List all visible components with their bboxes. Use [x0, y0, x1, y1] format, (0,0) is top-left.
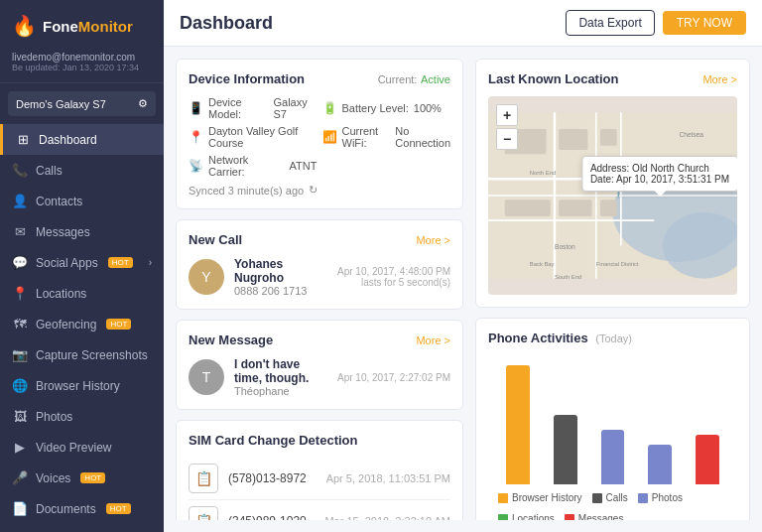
message-date: Apr 10, 2017, 2:27:02 PM: [337, 372, 450, 383]
new-call-header: New Call More >: [189, 232, 450, 247]
sidebar-item-documents[interactable]: 📄 Documents HOT: [0, 493, 164, 524]
svg-text:Chelsea: Chelsea: [679, 131, 703, 138]
content-area: Device Information Current: Active 📱 Dev…: [164, 47, 762, 532]
sidebar-label: Calls: [36, 164, 63, 178]
dashboard-icon: ⊞: [15, 132, 31, 147]
call-contact-item: Y Yohanes Nugroho 0888 206 1713 Apr 10, …: [189, 257, 450, 297]
sidebar-item-voices[interactable]: 🎤 Voices HOT: [0, 463, 164, 493]
svg-text:Boston: Boston: [555, 243, 575, 250]
legend-color: [498, 493, 508, 503]
sidebar-label: Voices: [36, 471, 70, 485]
header: Dashboard Data Export TRY NOW: [164, 0, 762, 47]
chart-bar: [648, 445, 672, 484]
chart-legend: Browser History Calls Photos Locations M…: [488, 484, 737, 520]
wifi-label: Current WiFi:: [342, 125, 391, 149]
call-date: Apr 10, 2017, 4:48:00 PM: [337, 266, 450, 277]
sim-list-item: 📋 (578)013-8972 Apr 5, 2018, 11:03:51 PM: [189, 458, 450, 500]
sidebar-item-screenshots[interactable]: 📷 Capture Screenshots: [0, 339, 164, 370]
sidebar-item-photos[interactable]: 🖼 Photos: [0, 401, 164, 432]
device-name: Demo's Galaxy S7: [16, 98, 106, 110]
caller-info: Yohanes Nugroho 0888 206 1713: [234, 257, 327, 297]
sim-number: (345)989-1030: [228, 514, 307, 520]
try-now-button[interactable]: TRY NOW: [663, 11, 746, 35]
battery-value: 100%: [414, 102, 442, 114]
data-export-button[interactable]: Data Export: [566, 10, 654, 36]
sidebar-item-messages[interactable]: ✉ Messages: [0, 216, 164, 247]
svg-rect-11: [600, 129, 617, 146]
sidebar-item-contacts[interactable]: 👤 Contacts: [0, 186, 164, 216]
sim-date: Apr 5, 2018, 11:03:51 PM: [326, 472, 450, 484]
device-arrow-icon: ⚙: [138, 97, 148, 110]
sidebar-item-browser[interactable]: 🌐 Browser History: [0, 370, 164, 401]
new-call-more[interactable]: More >: [416, 234, 450, 246]
chart-bar: [506, 365, 530, 484]
calls-icon: 📞: [12, 163, 28, 178]
photos-icon: 🖼: [12, 409, 28, 424]
device-info-card: Device Information Current: Active 📱 Dev…: [176, 59, 463, 209]
sidebar-item-video[interactable]: ▶ Video Preview: [0, 432, 164, 463]
location-value: Dayton Valley Golf Course: [208, 125, 318, 149]
map-card-header: Last Known Location More >: [488, 71, 737, 86]
device-selector[interactable]: Demo's Galaxy S7 ⚙: [8, 91, 156, 116]
sim-list: 📋 (578)013-8972 Apr 5, 2018, 11:03:51 PM…: [189, 458, 450, 520]
sidebar-item-social-apps[interactable]: 💬 Social Apps HOT ›: [0, 247, 164, 278]
caller-avatar: Y: [189, 259, 224, 295]
svg-rect-14: [600, 200, 617, 216]
map-zoom-out-button[interactable]: −: [496, 128, 518, 150]
device-info-title: Device Information: [189, 71, 305, 86]
hot-badge: HOT: [106, 503, 131, 514]
map-card: Last Known Location More >: [475, 59, 750, 308]
sidebar-item-locations[interactable]: 📍 Locations: [0, 278, 164, 309]
sidebar-label: Video Preview: [36, 441, 112, 455]
sim-card-title: SIM Card Change Detection: [189, 433, 357, 448]
sidebar-item-dashboard[interactable]: ⊞ Dashboard: [0, 124, 164, 155]
svg-text:Financial District: Financial District: [596, 261, 639, 267]
tooltip-address: Address: Old North Church: [590, 163, 729, 174]
legend-item: Messages: [565, 513, 624, 520]
message-contact-item: T I don't have time, though. Théophane A…: [189, 357, 450, 397]
browser-icon: 🌐: [12, 378, 28, 393]
video-icon: ▶: [12, 440, 28, 455]
refresh-icon[interactable]: ↻: [309, 184, 318, 197]
sim-card-card: SIM Card Change Detection 📋 (578)013-897…: [176, 420, 463, 520]
network-label: Network Carrier:: [208, 154, 285, 178]
legend-label: Browser History: [512, 492, 582, 503]
device-model-value: Galaxy S7: [273, 96, 317, 120]
chart-header: Phone Activities (Today): [488, 331, 737, 345]
right-column: Last Known Location More >: [475, 59, 750, 520]
svg-rect-13: [559, 200, 591, 216]
chart-bar: [696, 435, 719, 484]
map-zoom-in-button[interactable]: +: [496, 104, 518, 126]
svg-rect-12: [505, 200, 551, 216]
contacts-icon: 👤: [12, 194, 28, 208]
map-more[interactable]: More >: [702, 73, 737, 85]
sidebar-item-geofencing[interactable]: 🗺 Geofencing HOT: [0, 309, 164, 339]
legend-label: Messages: [578, 513, 624, 520]
device-status: Current: Active: [378, 71, 450, 86]
map-title: Last Known Location: [488, 71, 618, 86]
status-active-badge: Active: [421, 73, 450, 85]
screenshots-icon: 📷: [12, 347, 28, 362]
legend-label: Locations: [512, 513, 555, 520]
chart-bar: [554, 415, 577, 484]
sidebar-item-calendars[interactable]: 📅 Calendars: [0, 524, 164, 532]
legend-item: Locations: [498, 513, 555, 520]
legend-label: Calls: [606, 492, 628, 503]
message-meta: Apr 10, 2017, 2:27:02 PM: [337, 372, 450, 383]
legend-color: [592, 493, 602, 503]
new-call-title: New Call: [189, 232, 242, 247]
sidebar-label: Social Apps: [36, 256, 98, 270]
header-actions: Data Export TRY NOW: [566, 10, 746, 36]
sidebar-user: livedemo@fonemonitor.com Be updated: Jan…: [0, 48, 164, 83]
tooltip-date: Date: Apr 10, 2017, 3:51:31 PM: [590, 174, 729, 185]
sidebar-item-calls[interactable]: 📞 Calls: [0, 155, 164, 186]
user-updated: Be updated: Jan 13, 2020 17:34: [12, 63, 152, 72]
sidebar-label: Messages: [36, 225, 90, 239]
legend-label: Photos: [652, 492, 683, 503]
sidebar-label: Dashboard: [39, 133, 97, 147]
new-message-more[interactable]: More >: [416, 334, 450, 346]
wifi-row: 📶 Current WiFi: No Connection: [322, 125, 451, 149]
legend-item: Calls: [592, 492, 628, 503]
app-name: FoneMonitor: [43, 18, 133, 35]
user-email: livedemo@fonemonitor.com: [12, 52, 152, 63]
